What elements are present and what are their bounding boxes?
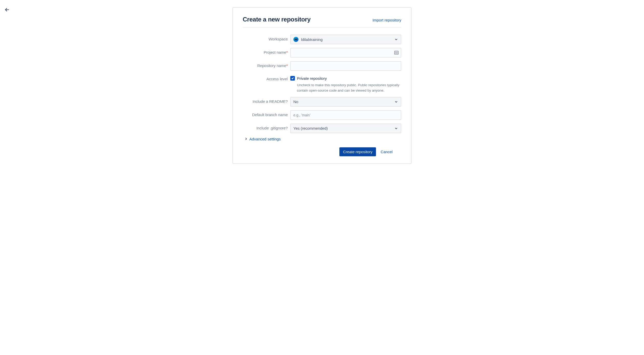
import-repository-link[interactable]: Import repository — [372, 18, 401, 22]
include-gitignore-row: Include .gitignore? Yes (recommended) — [243, 124, 401, 133]
access-level-row: Access level Private repository Uncheck … — [243, 74, 401, 93]
access-level-help-text: Uncheck to make this repository public. … — [290, 83, 401, 93]
svg-rect-0 — [395, 51, 398, 54]
include-gitignore-value: Yes (recommended) — [293, 126, 328, 130]
project-name-label: Project name* — [243, 48, 290, 55]
default-branch-input-wrapper — [290, 110, 401, 120]
card-header: Create a new repository Import repositor… — [243, 16, 401, 27]
include-gitignore-select[interactable]: Yes (recommended) — [290, 124, 401, 133]
default-branch-input[interactable] — [293, 111, 398, 119]
chevron-right-icon — [244, 137, 248, 141]
advanced-settings-label: Advanced settings — [249, 137, 281, 141]
required-mark: * — [286, 63, 288, 68]
include-readme-value: No — [293, 99, 298, 104]
project-picker-icon[interactable] — [394, 50, 399, 55]
required-mark: * — [286, 50, 288, 54]
project-name-input[interactable] — [293, 48, 398, 57]
create-repository-button[interactable]: Create repository — [339, 147, 376, 156]
workspace-row: Workspace ldilabtraining — [243, 35, 401, 44]
private-repository-label: Private repository — [297, 76, 327, 81]
svg-rect-3 — [395, 53, 398, 54]
chevron-down-icon — [394, 100, 398, 104]
arrow-left-icon — [4, 7, 10, 13]
default-branch-label: Default branch name — [243, 110, 290, 117]
project-name-row: Project name* — [243, 48, 401, 58]
check-icon — [291, 77, 294, 80]
svg-point-1 — [395, 52, 396, 53]
include-readme-label: Include a README? — [243, 97, 290, 104]
access-level-label: Access level — [243, 74, 290, 82]
advanced-settings-toggle[interactable]: Advanced settings — [243, 137, 401, 141]
repository-name-input[interactable] — [293, 62, 398, 70]
workspace-avatar-icon — [293, 37, 298, 42]
workspace-label: Workspace — [243, 35, 290, 42]
include-readme-select[interactable]: No — [290, 97, 401, 107]
cancel-button[interactable]: Cancel — [380, 147, 394, 156]
repository-name-label: Repository name* — [243, 61, 290, 68]
repository-name-row: Repository name* — [243, 61, 401, 71]
chevron-down-icon — [394, 37, 398, 41]
workspace-select[interactable]: ldilabtraining — [290, 35, 401, 44]
project-name-input-wrapper — [290, 48, 401, 58]
private-repository-checkbox[interactable] — [290, 76, 295, 81]
workspace-value: ldilabtraining — [301, 37, 323, 42]
create-repository-card: Create a new repository Import repositor… — [232, 7, 412, 164]
include-gitignore-label: Include .gitignore? — [243, 124, 290, 131]
include-readme-row: Include a README? No — [243, 97, 401, 107]
back-button[interactable] — [3, 5, 12, 15]
page-title: Create a new repository — [243, 16, 310, 23]
svg-rect-2 — [396, 52, 398, 52]
repository-name-input-wrapper — [290, 61, 401, 71]
chevron-down-icon — [394, 126, 398, 130]
button-row: Create repository Cancel — [243, 147, 401, 156]
default-branch-row: Default branch name — [243, 110, 401, 120]
